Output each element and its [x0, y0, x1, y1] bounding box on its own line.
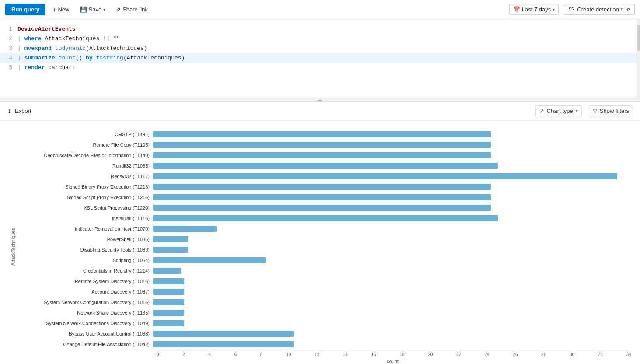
x-tick: 22: [456, 352, 461, 357]
plus-icon: +: [52, 6, 56, 13]
save-icon: 💾: [80, 6, 87, 13]
bar-track: [153, 142, 631, 148]
bar-row: Deobfuscate/Decode Files or Information …: [17, 150, 631, 160]
bar-track: [153, 299, 631, 305]
x-tick: 8: [260, 352, 263, 357]
bar-track: [153, 236, 631, 242]
x-tick: 30: [570, 352, 574, 357]
line-number: 5: [0, 63, 17, 73]
bar-fill: [153, 278, 184, 284]
x-tick: 14: [343, 352, 348, 357]
bar-row: Signed Script Proxy Execution (T1216): [17, 192, 631, 202]
bar-fill: [153, 341, 294, 347]
bar-chart: CMSTP (T1191)Remote File Copy (T1105)Deo…: [17, 130, 631, 349]
bar-label: InstallUtil (T1118): [17, 216, 153, 221]
line-content: | where AttackTechniques != "": [17, 34, 120, 44]
bar-label: System Network Configuration Discovery (…: [17, 300, 153, 305]
bar-track: [153, 226, 631, 232]
bar-label: Rundll32 (T1085): [17, 163, 153, 168]
bar-label: Disabling Security Tools (T1089): [17, 247, 153, 252]
bar-label: Change Default File Association (T1042): [17, 342, 153, 347]
show-filters-button[interactable]: ▽ Show filters: [589, 105, 633, 116]
bar-row: PowerShell (T1086): [17, 234, 631, 244]
x-tick: 20: [428, 352, 433, 357]
bar-label: XSL Script Processing (T1220): [17, 205, 153, 210]
bar-fill: [153, 131, 491, 137]
code-line-3: 3| mvexpand todynamic(AttackTechniques): [0, 44, 640, 53]
bar-fill: [153, 268, 181, 274]
bar-fill: [153, 194, 491, 200]
x-tick: 6: [234, 352, 237, 357]
bar-fill: [153, 163, 498, 169]
bar-fill: [153, 173, 617, 179]
line-content: DeviceAlertEvents: [17, 24, 76, 34]
run-query-button[interactable]: Run query: [5, 4, 45, 15]
bar-label: PowerShell (T1086): [17, 237, 153, 242]
bar-label: CMSTP (T1191): [17, 132, 153, 137]
code-line-2: 2| where AttackTechniques != "": [0, 34, 640, 44]
bar-fill: [153, 247, 188, 253]
rule-icon: 🛡: [569, 6, 574, 13]
bar-track: [153, 173, 631, 179]
bar-fill: [153, 299, 184, 305]
x-tick: 18: [399, 352, 404, 357]
share-icon: ⇗: [116, 6, 121, 13]
bar-label: Credentials in Registry (T1214): [17, 268, 153, 273]
bar-track: [153, 289, 631, 295]
x-tick: 32: [598, 352, 603, 357]
bar-label: Network Share Discovery (T1135): [17, 310, 153, 315]
chart-type-button[interactable]: ↗ Chart type ▾: [535, 105, 582, 116]
bar-fill: [153, 226, 217, 232]
bar-label: Regsvr32 (T1117): [17, 174, 153, 179]
export-button[interactable]: ↧ Export: [7, 108, 31, 115]
bar-fill: [153, 236, 188, 242]
bar-track: [153, 131, 631, 137]
export-icon: ↧: [7, 108, 12, 115]
toolbar-right: 📅 Last 7 days ▾ 🛡 Create detection rule: [509, 4, 635, 15]
bar-row: InstallUtil (T1118): [17, 214, 631, 223]
code-line-5: 5| render barchart: [0, 63, 640, 73]
bar-label: Remote File Copy (T1105): [17, 142, 153, 147]
code-line-4: 4| summarize count() by tostring(AttackT…: [0, 53, 640, 63]
time-range-selector[interactable]: 📅 Last 7 days ▾: [509, 4, 559, 15]
bar-label: Account Discovery (T1087): [17, 289, 153, 294]
x-tick: 2: [182, 352, 185, 357]
bar-row: System Network Configuration Discovery (…: [17, 298, 631, 307]
bar-row: Change Default File Association (T1042): [17, 340, 631, 349]
chart-type-chevron-icon: ▾: [576, 108, 578, 113]
x-tick: 10: [286, 352, 291, 357]
new-button[interactable]: + New: [49, 4, 73, 15]
save-button[interactable]: 💾 Save ▾: [77, 4, 109, 14]
code-editor[interactable]: 1DeviceAlertEvents2| where AttackTechniq…: [0, 19, 640, 98]
x-axis-container: 0246810121416182022242628303234 count_: [157, 350, 631, 364]
editor-scrollbar[interactable]: [637, 19, 640, 98]
create-detection-rule-button[interactable]: 🛡 Create detection rule: [564, 4, 635, 15]
chart-type-icon: ↗: [539, 108, 544, 114]
filter-icon: ▽: [593, 108, 597, 114]
bar-track: [153, 205, 631, 211]
scrollbar-thumb[interactable]: [637, 24, 640, 51]
bar-track: [153, 268, 631, 274]
bar-row: Remote File Copy (T1105): [17, 140, 631, 150]
bar-fill: [153, 257, 266, 263]
bar-row: Account Discovery (T1087): [17, 287, 631, 297]
line-number: 4: [0, 53, 17, 63]
x-tick: 0: [157, 352, 159, 357]
bar-track: [153, 163, 631, 169]
y-axis-label: AttackTechniques: [9, 228, 16, 266]
resize-handle[interactable]: ―: [0, 98, 640, 102]
bar-track: [153, 341, 631, 347]
bar-label: Scripting (T1064): [17, 258, 153, 263]
bar-track: [153, 278, 631, 284]
bar-track: [153, 247, 631, 253]
x-tick: 12: [315, 352, 319, 357]
bar-row: CMSTP (T1191): [17, 130, 631, 139]
share-link-button[interactable]: ⇗ Share link: [112, 4, 151, 14]
bar-label: Remote System Discovery (T1018): [17, 279, 153, 284]
bar-row: XSL Script Processing (T1220): [17, 203, 631, 213]
bar-row: Scripting (T1064): [17, 256, 631, 265]
line-number: 1: [0, 24, 17, 34]
bar-row: Rundll32 (T1085): [17, 161, 631, 171]
bar-row: Signed Binary Proxy Execution (T1218): [17, 182, 631, 192]
bar-fill: [153, 310, 184, 316]
